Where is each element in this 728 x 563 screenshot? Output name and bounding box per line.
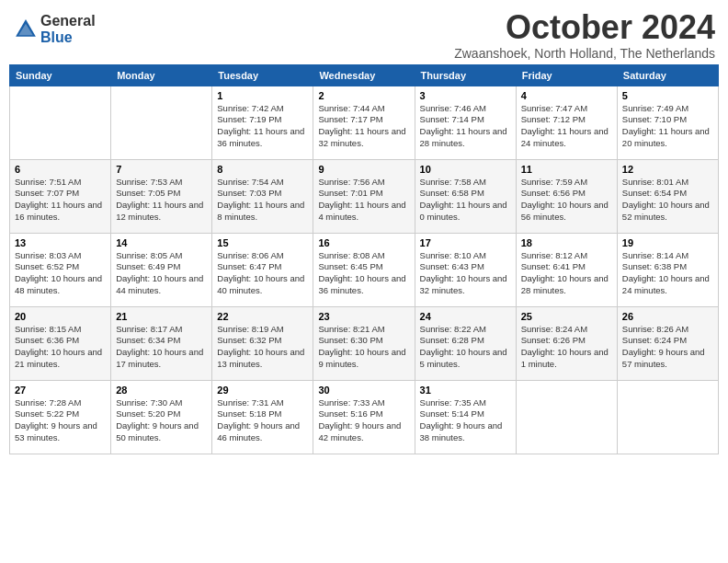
calendar-header-thursday: Thursday (415, 64, 516, 86)
day-info: Sunrise: 8:15 AM Sunset: 6:36 PM Dayligh… (15, 324, 106, 371)
calendar-header-monday: Monday (111, 64, 212, 86)
day-number: 14 (116, 237, 207, 248)
day-number: 29 (217, 385, 308, 396)
calendar-cell: 30Sunrise: 7:33 AM Sunset: 5:16 PM Dayli… (313, 380, 415, 454)
day-number: 7 (116, 164, 207, 175)
day-number: 10 (420, 164, 511, 175)
logo-blue-text: Blue (40, 29, 96, 46)
day-info: Sunrise: 7:49 AM Sunset: 7:10 PM Dayligh… (622, 103, 713, 150)
month-title: October 2024 (454, 9, 715, 46)
calendar-cell: 11Sunrise: 7:59 AM Sunset: 6:56 PM Dayli… (516, 159, 617, 233)
day-number: 26 (622, 311, 713, 322)
calendar-cell: 3Sunrise: 7:46 AM Sunset: 7:14 PM Daylig… (415, 86, 516, 159)
calendar-header-sunday: Sunday (10, 64, 111, 86)
day-number: 19 (622, 237, 713, 248)
calendar-week-row-1: 1Sunrise: 7:42 AM Sunset: 7:19 PM Daylig… (10, 86, 719, 159)
day-info: Sunrise: 7:28 AM Sunset: 5:22 PM Dayligh… (15, 397, 106, 444)
location-text: Zwaanshoek, North Holland, The Netherlan… (454, 46, 715, 61)
day-info: Sunrise: 8:12 AM Sunset: 6:41 PM Dayligh… (521, 250, 612, 297)
day-number: 27 (15, 385, 106, 396)
day-number: 8 (217, 164, 308, 175)
calendar-cell: 13Sunrise: 8:03 AM Sunset: 6:52 PM Dayli… (10, 233, 111, 306)
day-info: Sunrise: 8:05 AM Sunset: 6:49 PM Dayligh… (116, 250, 207, 297)
day-info: Sunrise: 7:31 AM Sunset: 5:18 PM Dayligh… (217, 397, 308, 444)
day-info: Sunrise: 8:17 AM Sunset: 6:34 PM Dayligh… (116, 324, 207, 371)
day-number: 4 (521, 90, 612, 101)
day-number: 12 (622, 164, 713, 175)
day-number: 13 (15, 237, 106, 248)
day-info: Sunrise: 7:30 AM Sunset: 5:20 PM Dayligh… (116, 397, 207, 444)
calendar-cell: 20Sunrise: 8:15 AM Sunset: 6:36 PM Dayli… (10, 306, 111, 380)
day-info: Sunrise: 8:14 AM Sunset: 6:38 PM Dayligh… (622, 250, 713, 297)
calendar-cell: 15Sunrise: 8:06 AM Sunset: 6:47 PM Dayli… (212, 233, 313, 306)
day-info: Sunrise: 8:03 AM Sunset: 6:52 PM Dayligh… (15, 250, 106, 297)
day-number: 6 (15, 164, 106, 175)
calendar-cell: 27Sunrise: 7:28 AM Sunset: 5:22 PM Dayli… (10, 380, 111, 454)
day-number: 23 (318, 311, 409, 322)
day-info: Sunrise: 7:58 AM Sunset: 6:58 PM Dayligh… (420, 177, 511, 224)
day-info: Sunrise: 7:56 AM Sunset: 7:01 PM Dayligh… (318, 177, 409, 224)
day-number: 15 (217, 237, 308, 248)
calendar-cell: 29Sunrise: 7:31 AM Sunset: 5:18 PM Dayli… (212, 380, 313, 454)
calendar-cell: 1Sunrise: 7:42 AM Sunset: 7:19 PM Daylig… (212, 86, 313, 159)
day-number: 18 (521, 237, 612, 248)
calendar-header-tuesday: Tuesday (212, 64, 313, 86)
day-info: Sunrise: 8:22 AM Sunset: 6:28 PM Dayligh… (420, 324, 511, 371)
day-number: 9 (318, 164, 409, 175)
calendar-cell: 12Sunrise: 8:01 AM Sunset: 6:54 PM Dayli… (617, 159, 718, 233)
calendar-cell: 25Sunrise: 8:24 AM Sunset: 6:26 PM Dayli… (516, 306, 617, 380)
day-info: Sunrise: 8:24 AM Sunset: 6:26 PM Dayligh… (521, 324, 612, 371)
calendar-cell: 5Sunrise: 7:49 AM Sunset: 7:10 PM Daylig… (617, 86, 718, 159)
day-info: Sunrise: 8:08 AM Sunset: 6:45 PM Dayligh… (318, 250, 409, 297)
day-info: Sunrise: 8:21 AM Sunset: 6:30 PM Dayligh… (318, 324, 409, 371)
calendar-cell: 4Sunrise: 7:47 AM Sunset: 7:12 PM Daylig… (516, 86, 617, 159)
calendar-header-wednesday: Wednesday (313, 64, 415, 86)
day-info: Sunrise: 7:42 AM Sunset: 7:19 PM Dayligh… (217, 103, 308, 150)
day-number: 17 (420, 237, 511, 248)
day-number: 1 (217, 90, 308, 101)
day-info: Sunrise: 7:54 AM Sunset: 7:03 PM Dayligh… (217, 177, 308, 224)
calendar-cell: 6Sunrise: 7:51 AM Sunset: 7:07 PM Daylig… (10, 159, 111, 233)
calendar-cell (111, 86, 212, 159)
calendar-week-row-3: 13Sunrise: 8:03 AM Sunset: 6:52 PM Dayli… (10, 233, 719, 306)
day-info: Sunrise: 7:35 AM Sunset: 5:14 PM Dayligh… (420, 397, 511, 444)
calendar-cell: 22Sunrise: 8:19 AM Sunset: 6:32 PM Dayli… (212, 306, 313, 380)
day-number: 28 (116, 385, 207, 396)
day-info: Sunrise: 7:59 AM Sunset: 6:56 PM Dayligh… (521, 177, 612, 224)
calendar-cell: 31Sunrise: 7:35 AM Sunset: 5:14 PM Dayli… (415, 380, 516, 454)
calendar-table: SundayMondayTuesdayWednesdayThursdayFrid… (9, 64, 719, 454)
day-number: 24 (420, 311, 511, 322)
day-number: 5 (622, 90, 713, 101)
calendar-cell: 19Sunrise: 8:14 AM Sunset: 6:38 PM Dayli… (617, 233, 718, 306)
calendar-cell: 9Sunrise: 7:56 AM Sunset: 7:01 PM Daylig… (313, 159, 415, 233)
calendar-cell: 17Sunrise: 8:10 AM Sunset: 6:43 PM Dayli… (415, 233, 516, 306)
day-number: 2 (318, 90, 409, 101)
calendar-week-row-4: 20Sunrise: 8:15 AM Sunset: 6:36 PM Dayli… (10, 306, 719, 380)
day-info: Sunrise: 7:51 AM Sunset: 7:07 PM Dayligh… (15, 177, 106, 224)
calendar-cell: 8Sunrise: 7:54 AM Sunset: 7:03 PM Daylig… (212, 159, 313, 233)
calendar-header-row: SundayMondayTuesdayWednesdayThursdayFrid… (10, 64, 719, 86)
calendar-cell: 28Sunrise: 7:30 AM Sunset: 5:20 PM Dayli… (111, 380, 212, 454)
day-number: 11 (521, 164, 612, 175)
calendar-week-row-2: 6Sunrise: 7:51 AM Sunset: 7:07 PM Daylig… (10, 159, 719, 233)
day-number: 21 (116, 311, 207, 322)
calendar-cell: 18Sunrise: 8:12 AM Sunset: 6:41 PM Dayli… (516, 233, 617, 306)
day-info: Sunrise: 8:06 AM Sunset: 6:47 PM Dayligh… (217, 250, 308, 297)
logo-general-text: General (40, 13, 96, 29)
day-number: 31 (420, 385, 511, 396)
calendar-header-saturday: Saturday (617, 64, 718, 86)
day-info: Sunrise: 7:44 AM Sunset: 7:17 PM Dayligh… (318, 103, 409, 150)
calendar-cell: 21Sunrise: 8:17 AM Sunset: 6:34 PM Dayli… (111, 306, 212, 380)
day-info: Sunrise: 8:01 AM Sunset: 6:54 PM Dayligh… (622, 177, 713, 224)
calendar-cell (10, 86, 111, 159)
day-number: 3 (420, 90, 511, 101)
logo-icon (13, 17, 39, 42)
header: General Blue October 2024 Zwaanshoek, No… (9, 9, 719, 61)
calendar-cell: 26Sunrise: 8:26 AM Sunset: 6:24 PM Dayli… (617, 306, 718, 380)
logo: General Blue (13, 13, 96, 45)
calendar-cell: 24Sunrise: 8:22 AM Sunset: 6:28 PM Dayli… (415, 306, 516, 380)
calendar-cell: 2Sunrise: 7:44 AM Sunset: 7:17 PM Daylig… (313, 86, 415, 159)
calendar-header-friday: Friday (516, 64, 617, 86)
day-info: Sunrise: 7:46 AM Sunset: 7:14 PM Dayligh… (420, 103, 511, 150)
calendar-cell (516, 380, 617, 454)
